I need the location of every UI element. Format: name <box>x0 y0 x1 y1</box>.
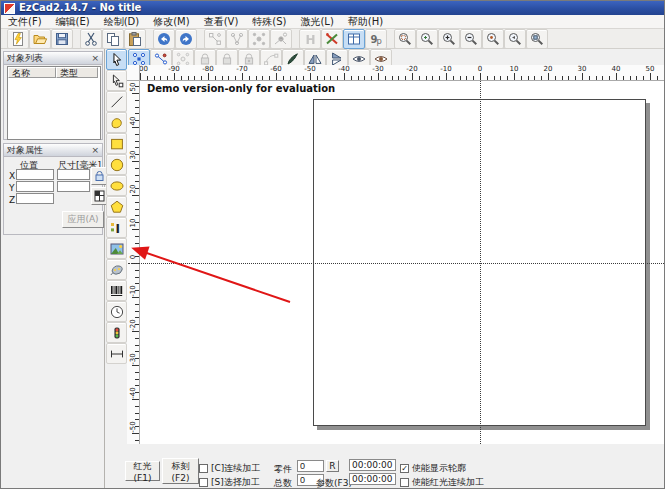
menu-item-file[interactable]: 文件(F) <box>1 15 49 28</box>
menu-item-help[interactable]: 帮助(H) <box>341 15 390 28</box>
position-x-input[interactable] <box>16 169 54 180</box>
paste-button[interactable] <box>124 29 146 49</box>
zoom-all-button[interactable] <box>526 29 548 49</box>
menu-item-laser[interactable]: 激光(L) <box>293 15 340 28</box>
object-list-title: 对象列表 <box>7 52 43 65</box>
window-title: EzCad2.14.7 - No title <box>19 1 141 15</box>
copy-button[interactable] <box>102 29 124 49</box>
circle-button[interactable] <box>106 154 127 175</box>
ezcad-window: EzCad2.14.7 - No title 文件(F)编辑(E)绘制(D)修改… <box>0 0 665 489</box>
barcode-icon <box>109 283 125 299</box>
zoom-window-button[interactable] <box>394 29 416 49</box>
node-edit-d-button[interactable] <box>270 29 292 49</box>
array-grid-button[interactable] <box>91 187 107 205</box>
delay-button[interactable] <box>106 301 127 322</box>
spiral-button[interactable] <box>106 343 127 364</box>
object-property-toggle-button[interactable]: 9p <box>365 29 387 49</box>
vruler-label-10: 10 <box>129 217 137 229</box>
vruler-label--40: -40 <box>129 387 137 399</box>
vector-file-button[interactable] <box>106 259 127 280</box>
text-button[interactable]: I <box>106 217 127 238</box>
column-header-type[interactable]: 类型 <box>56 67 98 78</box>
title-bar[interactable]: EzCad2.14.7 - No title <box>1 1 665 15</box>
continuous-checkbox-row[interactable]: [C]连续加工 <box>199 462 260 475</box>
apply-button[interactable]: 应用(A) <box>62 211 104 228</box>
mark-button[interactable]: 标刻(F2) <box>162 458 199 484</box>
new-button[interactable] <box>7 29 29 49</box>
continuous-checkbox[interactable] <box>199 464 208 473</box>
svg-text:p: p <box>376 36 381 46</box>
menu-item-view[interactable]: 查看(V) <box>197 15 246 28</box>
axis-label-z: Z <box>9 195 15 205</box>
new-icon <box>10 31 26 47</box>
node-edit-c-button[interactable] <box>248 29 270 49</box>
node-edit-b-icon <box>229 31 245 47</box>
zoom-out-button[interactable] <box>460 29 482 49</box>
position-y-input[interactable] <box>16 181 54 192</box>
node-edit-a-icon <box>207 31 223 47</box>
origin-axis-horizontal <box>128 263 665 265</box>
hatch-button[interactable]: H <box>299 29 321 49</box>
object-list-toggle-button[interactable] <box>343 29 365 49</box>
menu-item-modify[interactable]: 修改(M) <box>146 15 196 28</box>
save-button[interactable] <box>51 29 73 49</box>
param-button[interactable]: 参数(F3) <box>316 477 352 489</box>
node-edit-b-button[interactable] <box>226 29 248 49</box>
red-light-button[interactable]: 红光(F1) <box>125 461 160 481</box>
zoom-pan-button[interactable] <box>416 29 438 49</box>
hruler-label--60: -60 <box>270 65 281 73</box>
red-continuous-checkbox[interactable] <box>400 478 409 487</box>
object-list[interactable]: 名称 类型 <box>7 66 101 140</box>
close-icon[interactable]: × <box>91 145 99 155</box>
tools-button[interactable] <box>321 29 343 49</box>
lock-aspect-button[interactable] <box>91 167 107 185</box>
line-button[interactable] <box>106 91 127 112</box>
polygon-button[interactable] <box>106 196 127 217</box>
zoom-previous-button[interactable] <box>504 29 526 49</box>
object-property-title: 对象属性 <box>7 144 43 157</box>
open-button[interactable] <box>29 29 51 49</box>
svg-text:H: H <box>305 32 315 46</box>
hruler-label-10: 10 <box>510 65 519 73</box>
menu-item-draw[interactable]: 绘制(D) <box>97 15 147 28</box>
column-header-name[interactable]: 名称 <box>8 67 56 78</box>
redo-button[interactable] <box>175 29 197 49</box>
io-signal-button[interactable] <box>106 322 127 343</box>
cut-icon <box>83 31 99 47</box>
left-panel-column: 对象列表 × 名称 类型 对象属性 × 位置 尺寸[毫米] X Y <box>1 49 105 489</box>
node-edit-button[interactable] <box>106 70 127 91</box>
total-time-display: 00:00:00 <box>349 459 396 471</box>
node-edit-a-button[interactable] <box>204 29 226 49</box>
vruler-label--10: -10 <box>129 285 137 297</box>
red-continuous-checkbox-row[interactable]: 使能红光连续加工 <box>400 476 484 489</box>
part-count-input[interactable] <box>297 460 324 472</box>
curve-button[interactable] <box>106 112 127 133</box>
size-x-input[interactable] <box>57 169 90 180</box>
zoom-selection-button[interactable] <box>482 29 504 49</box>
rectangle-button[interactable] <box>106 133 127 154</box>
reset-part-button[interactable]: R <box>326 460 339 472</box>
bitmap-button[interactable] <box>106 238 127 259</box>
horizontal-ruler: -100-90-80-70-60-50-40-30-20-10010203040… <box>140 65 665 81</box>
show-contour-checkbox[interactable]: ✓ <box>400 464 409 473</box>
cut-button[interactable] <box>80 29 102 49</box>
zoom-in-button[interactable] <box>438 29 460 49</box>
menu-item-special[interactable]: 特殊(S) <box>245 15 293 28</box>
vruler-label-0: 0 <box>129 251 137 263</box>
app-icon <box>4 3 15 14</box>
barcode-button[interactable] <box>106 280 127 301</box>
select-button[interactable] <box>106 49 127 70</box>
menu-item-edit[interactable]: 编辑(E) <box>49 15 97 28</box>
close-icon[interactable]: × <box>91 53 99 63</box>
grid-icon <box>94 190 105 202</box>
padlock-icon <box>94 170 105 182</box>
ellipse-icon <box>109 178 125 194</box>
position-z-input[interactable] <box>16 193 54 204</box>
select-process-checkbox[interactable] <box>199 478 208 487</box>
undo-button[interactable] <box>153 29 175 49</box>
ellipse-button[interactable] <box>106 175 127 196</box>
show-contour-checkbox-row[interactable]: ✓ 使能显示轮廓 <box>400 462 466 475</box>
select-process-checkbox-row[interactable]: [S]选择加工 <box>199 476 260 489</box>
object-list-panel: 对象列表 × 名称 类型 <box>3 51 103 140</box>
size-y-input[interactable] <box>57 181 90 192</box>
